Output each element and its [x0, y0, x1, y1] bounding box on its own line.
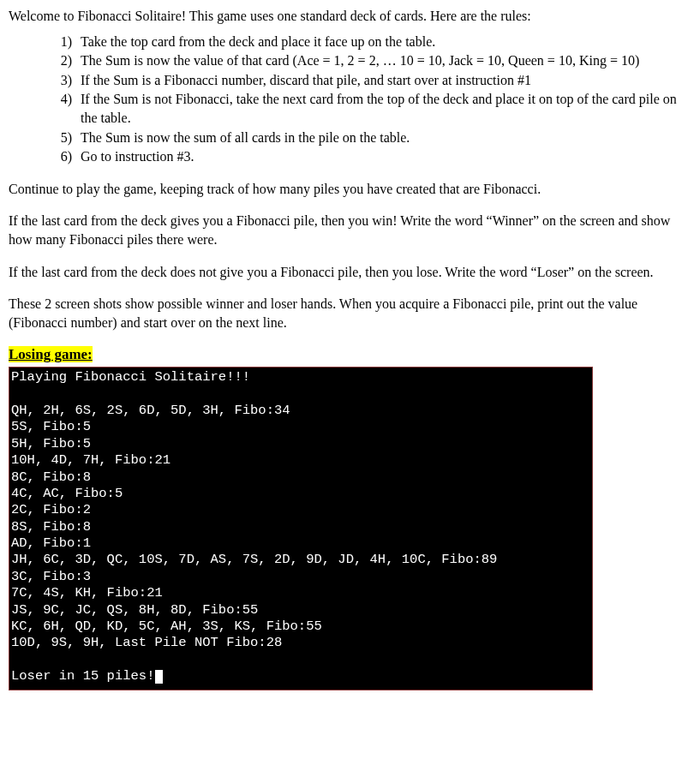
rules-list: 1) Take the top card from the deck and p… — [9, 33, 691, 166]
terminal-line: 7C, 4S, KH, Fibo:21 — [11, 585, 163, 601]
rule-number: 4) — [51, 90, 81, 127]
rule-number: 1) — [51, 33, 81, 51]
rule-text: If the Sum is a Fibonacci number, discar… — [81, 71, 691, 90]
rule-text: Take the top card from the deck and plac… — [81, 33, 691, 51]
rule-text: If the Sum is not Fibonacci, take the ne… — [81, 90, 691, 127]
rule-item: 1) Take the top card from the deck and p… — [51, 33, 691, 51]
terminal-line: 2C, Fibo:2 — [11, 502, 91, 517]
rule-number: 2) — [51, 51, 81, 70]
terminal-output: Playing Fibonacci Solitaire!!! QH, 2H, 6… — [9, 367, 593, 690]
terminal-line: 10D, 9S, 9H, Last Pile NOT Fibo:28 — [11, 635, 282, 650]
rule-item: 6) Go to instruction #3. — [51, 147, 691, 166]
terminal-line: 5S, Fibo:5 — [11, 419, 91, 434]
cursor-icon — [155, 670, 163, 684]
terminal-line: AD, Fibo:1 — [11, 535, 91, 551]
paragraph-loser: If the last card from the deck does not … — [9, 263, 691, 282]
terminal-line: 4C, AC, Fibo:5 — [11, 486, 123, 501]
rule-item: 3) If the Sum is a Fibonacci number, dis… — [51, 71, 691, 90]
rule-number: 6) — [51, 147, 81, 166]
rule-text: Go to instruction #3. — [81, 147, 691, 166]
terminal-line: 8S, Fibo:8 — [11, 519, 91, 535]
terminal-header: Playing Fibonacci Solitaire!!! — [11, 369, 250, 385]
rule-item: 2) The Sum is now the value of that card… — [51, 51, 691, 70]
losing-game-label: Losing game: — [9, 346, 93, 362]
rule-number: 5) — [51, 128, 81, 147]
paragraph-winner: If the last card from the deck gives you… — [9, 212, 691, 248]
terminal-line: JH, 6C, 3D, QC, 10S, 7D, AS, 7S, 2D, 9D,… — [11, 552, 497, 567]
rule-number: 3) — [51, 71, 81, 90]
rule-text: The Sum is now the sum of all cards in t… — [81, 128, 691, 147]
paragraph-screenshots: These 2 screen shots show possible winne… — [9, 295, 691, 332]
rule-item: 5) The Sum is now the sum of all cards i… — [51, 128, 691, 147]
terminal-footer: Loser in 15 piles! — [11, 668, 154, 684]
rule-item: 4) If the Sum is not Fibonacci, take the… — [51, 90, 691, 127]
terminal-line: 5H, Fibo:5 — [11, 436, 91, 451]
terminal-line: KC, 6H, QD, KD, 5C, AH, 3S, KS, Fibo:55 — [11, 619, 322, 634]
terminal-line: JS, 9C, JC, QS, 8H, 8D, Fibo:55 — [11, 602, 258, 618]
terminal-line: QH, 2H, 6S, 2S, 6D, 5D, 3H, Fibo:34 — [11, 403, 290, 418]
intro-text: Welcome to Fibonacci Solitaire! This gam… — [9, 7, 691, 26]
losing-game-label-container: Losing game: — [9, 345, 691, 365]
rule-text: The Sum is now the value of that card (A… — [81, 51, 691, 70]
terminal-line: 8C, Fibo:8 — [11, 469, 91, 485]
paragraph-continue: Continue to play the game, keeping track… — [9, 180, 691, 199]
terminal-line: 3C, Fibo:3 — [11, 569, 91, 584]
terminal-line: 10H, 4D, 7H, Fibo:21 — [11, 452, 171, 468]
